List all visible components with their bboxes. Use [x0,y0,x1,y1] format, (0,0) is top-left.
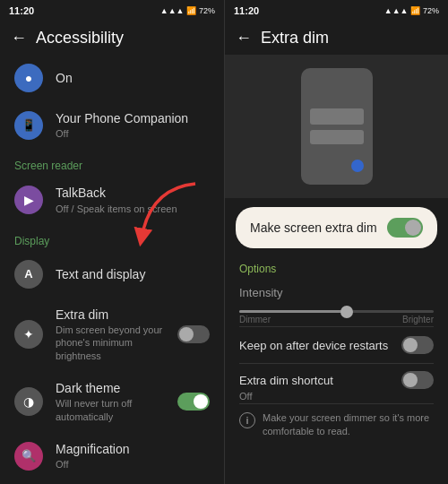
list-item-phone-companion[interactable]: 📱 Your Phone Companion Off [0,101,224,149]
extra-dim-shortcut-row[interactable]: Extra dim shortcut Off [225,364,448,403]
page-header-right: ← Extra dim [225,22,448,55]
list-item-select-to-speak[interactable]: ▶ Select to Speak Off / Hear selected te… [0,480,224,484]
extra-dim-shortcut-toggle[interactable] [401,371,434,389]
talkback-icon: ▶ [14,186,43,214]
display-label: Display [0,224,224,251]
keep-on-row[interactable]: Keep on after device restarts [225,327,448,363]
text-display-icon: A [14,260,43,289]
intensity-label: Intensity [239,286,282,299]
status-time-left: 11:20 [9,5,34,16]
status-bar-right: 11:20 ▲▲▲ 📶 72% [225,0,448,22]
phone-bar-1 [310,108,364,125]
extra-dim-shortcut-title-row: Extra dim shortcut [239,371,434,389]
make-dim-toggle[interactable] [387,218,423,238]
list-item-on[interactable]: ● On [0,55,224,101]
info-row: i Make your screen dimmer so it's more c… [225,404,448,443]
phone-companion-title: Your Phone Companion [56,110,210,126]
status-bar-left: 11:20 ▲▲▲ 📶 72% [0,0,224,22]
phone-mockup [301,68,373,185]
keep-on-toggle[interactable] [401,336,434,354]
list-item-talkback[interactable]: ▶ TalkBack Off / Speak items on screen [0,176,224,223]
intensity-row: Intensity [225,279,448,307]
magnification-text: Magnification Off [56,441,210,471]
left-panel: 11:20 ▲▲▲ 📶 72% ← Accessibility ● On 📱 Y… [0,0,224,484]
keep-on-label: Keep on after device restarts [239,339,388,352]
make-dim-label: Make screen extra dim [250,220,377,235]
extra-dim-icon: ✦ [14,320,43,349]
phone-companion-text: Your Phone Companion Off [56,110,210,140]
dark-theme-title: Dark theme [56,380,165,396]
text-display-text: Text and display [56,266,210,282]
back-button-right[interactable]: ← [236,29,252,48]
battery-icon-left: 📶 72% [186,6,215,15]
dark-theme-sub: Will never turn off automatically [56,397,165,423]
magnification-icon: 🔍 [14,442,43,471]
signal-icon-right: ▲▲▲ [384,6,409,15]
list-item-dark-theme[interactable]: ◑ Dark theme Will never turn off automat… [0,371,224,432]
make-dim-toggle-knob [405,220,421,236]
phone-companion-sub: Off [56,127,210,140]
scroll-content-left: ● On 📱 Your Phone Companion Off Screen r… [0,55,224,484]
slider-thumb[interactable] [340,306,353,318]
make-dim-row[interactable]: Make screen extra dim [236,207,437,248]
list-item-text-display[interactable]: A Text and display [0,251,224,298]
page-title-left: Accessibility [36,29,124,48]
dark-theme-text: Dark theme Will never turn off automatic… [56,380,165,423]
phone-companion-icon: 📱 [14,111,43,140]
dimmer-label: Dimmer [239,315,271,324]
status-icons-right: ▲▲▲ 📶 72% [384,6,439,15]
on-title: On [56,70,210,86]
slider-track [239,310,434,313]
extra-dim-shortcut-sub: Off [239,391,434,402]
magnification-title: Magnification [56,441,210,457]
talkback-title: TalkBack [56,185,210,201]
slider-container[interactable]: Dimmer Brighter [225,307,448,326]
back-button-left[interactable]: ← [11,29,27,48]
extra-dim-shortcut-title: Extra dim shortcut [239,374,333,387]
battery-icon-right: 📶 72% [410,6,439,15]
extra-dim-text: Extra dim Dim screen beyond your phone's… [56,307,165,362]
slider-labels: Dimmer Brighter [239,313,434,326]
dark-theme-toggle-knob [194,394,208,409]
dark-theme-icon: ◑ [14,387,43,416]
slider-fill [239,310,346,313]
keep-on-toggle-knob [403,338,418,352]
talkback-sub: Off / Speak items on screen [56,203,210,215]
page-title-right: Extra dim [261,29,329,48]
right-panel: 11:20 ▲▲▲ 📶 72% ← Extra dim Make screen … [224,0,448,484]
status-icons-left: ▲▲▲ 📶 72% [160,6,215,15]
on-icon: ● [14,64,43,92]
dark-theme-toggle[interactable] [177,393,210,411]
extra-dim-shortcut-toggle-knob [403,373,418,387]
options-label: Options [225,257,448,279]
list-item-magnification[interactable]: 🔍 Magnification Off [0,432,224,480]
extra-dim-sub: Dim screen beyond your phone's minimum b… [56,324,165,362]
magnification-sub: Off [56,458,210,471]
screen-reader-label: Screen reader [0,149,224,176]
extra-dim-toggle[interactable] [177,325,210,343]
text-display-title: Text and display [56,266,210,282]
phone-bar-2 [310,130,364,144]
phone-preview [225,55,448,198]
phone-dot [351,160,364,172]
info-text: Make your screen dimmer so it's more com… [263,411,434,439]
extra-dim-title: Extra dim [56,307,165,323]
extra-dim-toggle-knob [179,327,194,341]
list-item-extra-dim[interactable]: ✦ Extra dim Dim screen beyond your phone… [0,298,224,371]
info-icon: i [239,412,255,428]
brighter-label: Brighter [402,315,434,324]
on-text: On [56,70,210,86]
page-header-left: ← Accessibility [0,22,224,55]
signal-icon-left: ▲▲▲ [160,6,185,15]
talkback-text: TalkBack Off / Speak items on screen [56,185,210,214]
status-time-right: 11:20 [234,5,259,16]
